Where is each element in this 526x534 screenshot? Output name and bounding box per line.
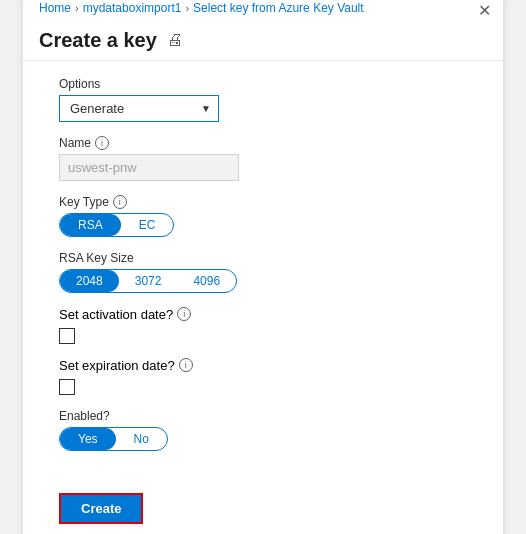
expiration-checkbox[interactable] xyxy=(59,379,75,395)
enabled-no-button[interactable]: No xyxy=(116,428,167,450)
options-select[interactable]: Generate Import Restore from Backup xyxy=(59,95,219,122)
header-row: Create a key 🖨 xyxy=(23,19,503,60)
rsa-size-2048-button[interactable]: 2048 xyxy=(60,270,119,292)
key-type-label: Key Type xyxy=(59,195,109,209)
activation-info-icon[interactable]: i xyxy=(177,307,191,321)
breadcrumb-sep-2: › xyxy=(185,2,189,14)
activation-label-row: Set activation date? i xyxy=(59,307,467,322)
rsa-key-size-field: RSA Key Size 2048 3072 4096 xyxy=(59,251,467,293)
enabled-label: Enabled? xyxy=(59,409,467,423)
footer: Create xyxy=(23,481,503,535)
name-label-row: Name i xyxy=(59,136,467,150)
key-type-field: Key Type i RSA EC xyxy=(59,195,467,237)
breadcrumb-home[interactable]: Home xyxy=(39,1,71,15)
enabled-yes-button[interactable]: Yes xyxy=(60,428,116,450)
expiration-date-field: Set expiration date? i xyxy=(59,358,467,395)
close-button[interactable]: ✕ xyxy=(478,3,491,19)
create-button[interactable]: Create xyxy=(59,493,143,524)
print-icon[interactable]: 🖨 xyxy=(167,31,183,49)
expiration-info-icon[interactable]: i xyxy=(179,358,193,372)
options-select-wrapper: Generate Import Restore from Backup ▼ xyxy=(59,95,219,122)
key-type-label-row: Key Type i xyxy=(59,195,467,209)
name-label: Name xyxy=(59,136,91,150)
options-field: Options Generate Import Restore from Bac… xyxy=(59,77,467,122)
breadcrumb: Home › mydataboximport1 › Select key fro… xyxy=(23,0,503,19)
key-type-info-icon[interactable]: i xyxy=(113,195,127,209)
name-input[interactable] xyxy=(59,154,239,181)
rsa-size-4096-button[interactable]: 4096 xyxy=(177,270,236,292)
key-type-toggle-group: RSA EC xyxy=(59,213,174,237)
breadcrumb-sep-1: › xyxy=(75,2,79,14)
enabled-field: Enabled? Yes No xyxy=(59,409,467,451)
create-key-panel: Home › mydataboximport1 › Select key fro… xyxy=(23,0,503,534)
activation-checkbox[interactable] xyxy=(59,328,75,344)
form-body: Options Generate Import Restore from Bac… xyxy=(23,77,503,481)
breadcrumb-resource[interactable]: mydataboximport1 xyxy=(83,1,182,15)
header-divider xyxy=(23,60,503,61)
options-label: Options xyxy=(59,77,467,91)
key-type-rsa-button[interactable]: RSA xyxy=(60,214,121,236)
page-title: Create a key xyxy=(39,29,157,52)
key-type-ec-button[interactable]: EC xyxy=(121,214,174,236)
enabled-toggle-group: Yes No xyxy=(59,427,168,451)
name-info-icon[interactable]: i xyxy=(95,136,109,150)
name-field: Name i xyxy=(59,136,467,181)
rsa-size-3072-button[interactable]: 3072 xyxy=(119,270,178,292)
expiration-label-row: Set expiration date? i xyxy=(59,358,467,373)
activation-date-field: Set activation date? i xyxy=(59,307,467,344)
breadcrumb-current: Select key from Azure Key Vault xyxy=(193,1,364,15)
rsa-key-size-label: RSA Key Size xyxy=(59,251,467,265)
activation-label: Set activation date? xyxy=(59,307,173,322)
expiration-label: Set expiration date? xyxy=(59,358,175,373)
rsa-size-toggle-group: 2048 3072 4096 xyxy=(59,269,237,293)
